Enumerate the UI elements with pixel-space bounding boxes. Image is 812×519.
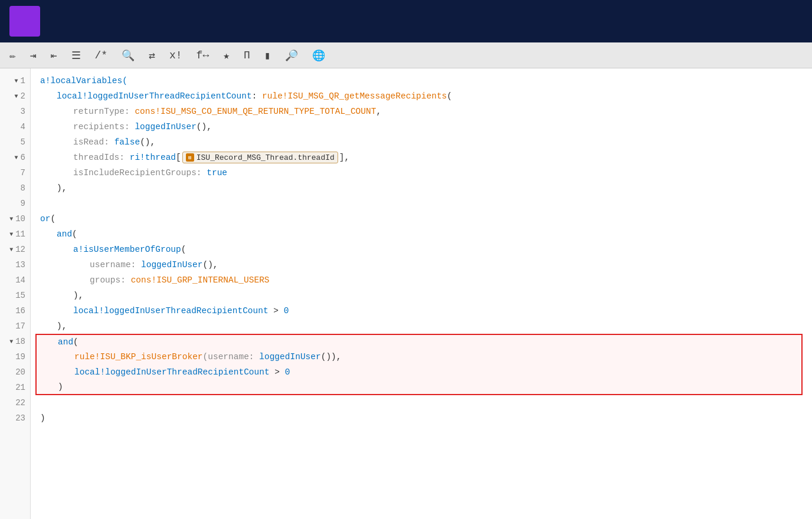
export-icon[interactable]: ▮ [262,48,273,63]
line-number-23: 23 [0,410,30,426]
formula-icon[interactable]: f↔ [194,48,212,63]
token: username: [90,260,141,270]
comment-icon[interactable]: /* [93,48,110,63]
token: , [376,107,381,116]
code-content: a!localVariables(local!loggedInUserThrea… [31,68,812,519]
pencil-icon[interactable]: ✏ [7,48,18,63]
line-number-13: 13 [0,257,30,272]
code-line-16: local!loggedInUserThreadRecipientCount >… [40,303,803,318]
token: ri!thread [130,153,176,162]
line-num-label-16: 16 [15,306,25,316]
line-number-20: 20 [0,364,30,380]
line-num-label-9: 9 [21,199,25,208]
line-number-9: 9 [0,196,30,211]
line-num-label-23: 23 [15,413,25,423]
line-number-15: 15 [0,288,30,303]
code-line-14: groups: cons!ISU_GRP_INTERNAL_USERS [40,272,803,288]
globe-icon[interactable]: 🌐 [310,48,328,63]
token: cons!ISU_MSG_CO_ENUM_QE_RETURN_TYPE_TOTA… [135,107,376,116]
line-num-label-22: 22 [15,398,25,408]
pi-icon[interactable]: Π [241,48,253,63]
line-number-12: ▼12 [0,242,30,257]
line-number-10: ▼10 [0,211,30,226]
token: ), [57,321,67,331]
token: ), [57,183,67,193]
line-num-label-19: 19 [15,352,25,362]
line-number-4: 4 [0,119,30,134]
search-icon[interactable]: 🔍 [119,48,137,63]
token: and [57,229,72,239]
line-arrow-2[interactable]: ▼ [12,93,18,100]
token: (), [202,260,218,270]
token: loggedInUser [259,352,320,362]
token: ( [72,229,77,239]
line-number-11: ▼11 [0,226,30,242]
token: rule!ISU_MSG_QR_getMessageRecipients [262,91,447,101]
token: : [252,91,262,101]
code-line-20: local!loggedInUserThreadRecipientCount >… [35,364,803,380]
inline-chip: ⊞ISU_Record_MSG_Thread.threadId [182,152,338,163]
line-number-22: 22 [0,395,30,410]
token: true [207,168,227,178]
query-icon[interactable]: 🔎 [283,48,300,63]
line-num-label-21: 21 [15,383,25,392]
code-line-4: recipients: loggedInUser(), [40,119,803,134]
indent-left-icon[interactable]: ⇤ [48,48,60,63]
token: groups: [90,275,131,285]
token: ], [339,153,349,162]
token: local!loggedInUserThreadRecipientCount [74,367,270,377]
line-num-label-12: 12 [15,245,25,254]
code-line-9 [40,196,803,211]
token: ( [447,91,452,101]
line-arrow-10[interactable]: ▼ [7,216,13,222]
code-line-12: a!isUserMemberOfGroup( [40,242,803,257]
token: ) [40,413,45,423]
token: > [270,367,285,377]
code-line-19: rule!ISU_BKP_isUserBroker(username: logg… [35,349,803,364]
line-number-18: ▼18 [0,334,30,349]
token: false [114,137,140,147]
line-arrow-12[interactable]: ▼ [7,247,13,253]
token: cons!ISU_GRP_INTERNAL_USERS [131,275,270,285]
line-number-5: 5 [0,134,30,150]
app-icon [9,6,40,37]
line-num-label-6: 6 [21,153,25,162]
code-line-6: threadIds: ri!thread[⊞ISU_Record_MSG_Thr… [40,150,803,165]
token: threadIds: [73,153,130,162]
line-number-7: 7 [0,165,30,180]
token: ()), [321,352,342,362]
token: a!localVariables( [40,76,127,86]
list-icon[interactable]: ☰ [69,48,83,63]
token: loggedInUser [135,122,196,132]
token: ( [181,245,186,254]
line-num-label-7: 7 [21,168,25,178]
code-line-8: ), [40,180,803,196]
token: 0 [284,306,289,316]
code-area: ▼1▼2345▼6789▼10▼11▼121314151617▼18192021… [0,68,812,519]
token: 0 [285,367,290,377]
line-arrow-11[interactable]: ▼ [7,231,13,238]
star-icon[interactable]: ★ [221,48,232,63]
line-num-label-18: 18 [15,337,25,346]
token: a!isUserMemberOfGroup [73,245,181,254]
toolbar: ✏ ⇥ ⇤ ☰ /* 🔍 ⇄ x! f↔ ★ Π ▮ 🔎 🌐 [0,42,812,68]
line-arrow-1[interactable]: ▼ [12,78,18,84]
line-num-label-3: 3 [21,107,25,116]
line-num-label-13: 13 [15,260,25,270]
variable-icon[interactable]: x! [167,48,185,63]
header [0,0,812,42]
line-number-21: 21 [0,380,30,395]
code-line-2: local!loggedInUserThreadRecipientCount: … [40,88,803,104]
token: > [269,306,284,316]
token: [ [176,153,181,162]
indent-right-icon[interactable]: ⇥ [28,48,39,63]
token: loggedInUser [141,260,202,270]
token: recipients: [73,122,135,132]
code-line-1: a!localVariables( [40,73,803,88]
token: ), [73,291,83,300]
token: (), [140,137,155,147]
line-arrow-18[interactable]: ▼ [7,339,13,345]
line-numbers: ▼1▼2345▼6789▼10▼11▼121314151617▼18192021… [0,68,31,519]
shuffle-icon[interactable]: ⇄ [146,48,158,63]
line-arrow-6[interactable]: ▼ [12,155,18,161]
